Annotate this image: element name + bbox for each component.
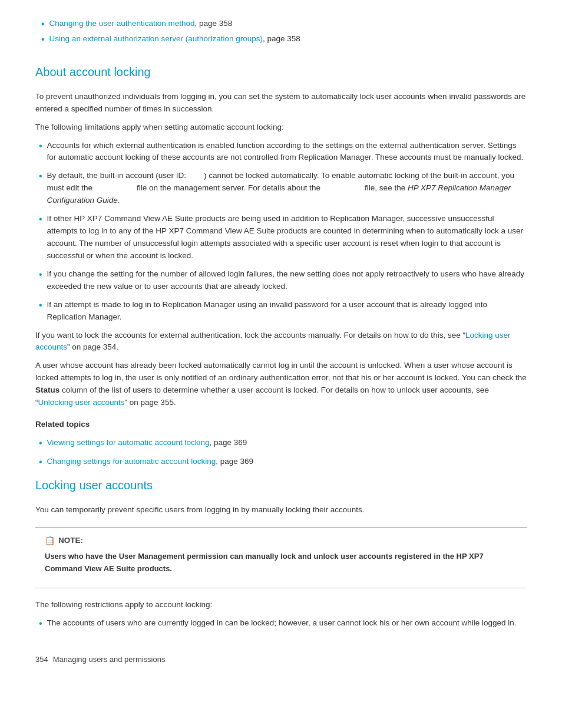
note-label: NOTE: (58, 535, 83, 547)
related-topic-item-2: • Changing settings for automatic accoun… (35, 456, 527, 469)
about-para-after-1-pre: If you want to lock the accounts for ext… (35, 331, 465, 340)
restrictions-intro: The following restrictions apply to acco… (35, 599, 527, 611)
about-bullet-text-2: By default, the built-in account (user I… (47, 170, 527, 207)
footer-page-number: 354 (35, 654, 48, 666)
top-link-2-suffix: , page 358 (263, 34, 300, 43)
restriction-text-1: The accounts of users who are currently … (47, 617, 527, 630)
bullet-icon-2: • (41, 33, 45, 46)
top-links-list: • Changing the user authentication metho… (41, 18, 527, 47)
about-bullet-item-3: • If other HP XP7 Command View AE Suite … (35, 213, 527, 262)
locking-user-accounts-section: Locking user accounts You can temporaril… (35, 476, 527, 630)
note-header: 📋 NOTE: (45, 535, 517, 548)
about-para-after-2-pre: A user whose account has already been lo… (35, 361, 527, 382)
about-bullet-item-2: • By default, the built-in account (user… (35, 170, 527, 207)
note-icon: 📋 (45, 535, 55, 548)
top-link-item-1: • Changing the user authentication metho… (41, 18, 527, 31)
status-bold: Status (35, 386, 59, 394)
about-bullet-text-3: If other HP XP7 Command View AE Suite pr… (47, 213, 527, 262)
about-bullet-icon-1: • (39, 140, 42, 153)
about-bullet-text-4: If you change the setting for the number… (47, 268, 527, 293)
about-bullet-item-4: • If you change the setting for the numb… (35, 268, 527, 293)
about-bullet-item-5: • If an attempt is made to log in to Rep… (35, 299, 527, 324)
about-bullet-text-5: If an attempt is made to log in to Repli… (47, 299, 527, 324)
top-link-2[interactable]: Using an external authorization server (… (49, 34, 263, 43)
about-section-heading: About account locking (35, 63, 527, 81)
about-para-after-2: A user whose account has already been lo… (35, 360, 527, 409)
related-link-1[interactable]: Viewing settings for automatic account l… (47, 438, 210, 447)
note-text: Users who have the User Management permi… (45, 551, 517, 574)
restriction-item-1: • The accounts of users who are currentl… (35, 617, 527, 630)
about-para-after-2-link-post: ” on page 355. (125, 398, 176, 407)
top-link-1-text: Changing the user authentication method,… (49, 18, 233, 30)
about-bullet-icon-4: • (39, 268, 42, 281)
restrictions-list: • The accounts of users who are currentl… (35, 617, 527, 630)
about-bullet-list: • Accounts for which external authentica… (35, 140, 527, 324)
about-bullet-item-1: • Accounts for which external authentica… (35, 140, 527, 164)
about-bullet-2-italic: HP XP7 Replication Manager Configuration… (47, 183, 511, 205)
note-box: 📋 NOTE: Users who have the User Manageme… (35, 527, 527, 588)
related-link-2-suffix: , page 369 (216, 457, 253, 466)
related-topic-text-2: Changing settings for automatic account … (47, 456, 527, 468)
top-link-1[interactable]: Changing the user authentication method (49, 19, 195, 28)
footer-text: Managing users and permissions (53, 654, 166, 666)
restriction-bullet-icon-1: • (39, 617, 42, 630)
about-para-2: The following limitations apply when set… (35, 121, 527, 134)
about-bullet-icon-5: • (39, 299, 42, 312)
about-para-after-1: If you want to lock the accounts for ext… (35, 330, 527, 354)
about-para-after-1-post: ” on page 354. (67, 342, 118, 351)
related-topic-text-1: Viewing settings for automatic account l… (47, 437, 527, 449)
top-link-2-text: Using an external authorization server (… (49, 33, 300, 45)
related-bullet-icon-2: • (39, 456, 42, 469)
related-link-1-suffix: , page 369 (210, 438, 247, 447)
about-bullet-icon-2: • (39, 170, 42, 183)
top-link-item-2: • Using an external authorization server… (41, 33, 527, 46)
locking-section-content: You can temporarily prevent specific use… (35, 504, 527, 630)
top-links-section: • Changing the user authentication metho… (35, 18, 527, 47)
top-link-1-suffix: , page 358 (195, 19, 233, 28)
about-section-content: To prevent unauthorized individuals from… (35, 91, 527, 469)
related-topics-list: • Viewing settings for automatic account… (35, 437, 527, 469)
related-link-2[interactable]: Changing settings for automatic account … (47, 457, 216, 466)
about-bullet-icon-3: • (39, 213, 42, 226)
locking-section-heading: Locking user accounts (35, 476, 527, 495)
about-account-locking-section: About account locking To prevent unautho… (35, 63, 527, 469)
related-topic-item-1: • Viewing settings for automatic account… (35, 437, 527, 450)
bullet-icon-1: • (41, 18, 45, 31)
related-bullet-icon-1: • (39, 437, 42, 450)
unlocking-user-accounts-link[interactable]: Unlocking user accounts (38, 398, 125, 407)
about-bullet-text-1: Accounts for which external authenticati… (47, 140, 527, 164)
locking-intro: You can temporarily prevent specific use… (35, 504, 527, 516)
related-topics-heading: Related topics (35, 419, 527, 431)
about-para-1: To prevent unauthorized individuals from… (35, 91, 527, 116)
footer: 354 Managing users and permissions (35, 654, 527, 666)
